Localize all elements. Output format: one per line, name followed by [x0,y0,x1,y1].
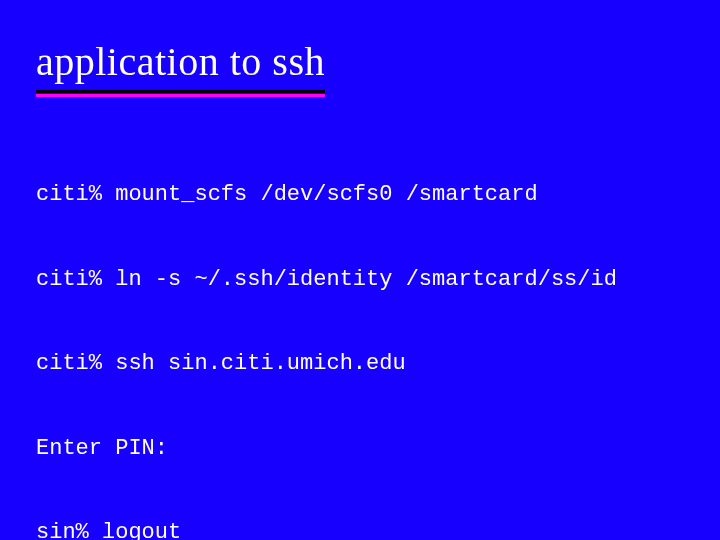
title-underline [36,94,325,97]
code-line: sin% logout [36,519,684,540]
slide: application to ssh citi% mount_scfs /dev… [0,0,720,540]
code-line: citi% ln -s ~/.ssh/identity /smartcard/s… [36,266,684,294]
title-underline-shadow [36,90,325,93]
slide-title: application to ssh [36,40,325,86]
terminal-output: citi% mount_scfs /dev/scfs0 /smartcard c… [36,125,684,540]
code-line: Enter PIN: [36,435,684,463]
code-line: citi% mount_scfs /dev/scfs0 /smartcard [36,181,684,209]
code-line: citi% ssh sin.citi.umich.edu [36,350,684,378]
title-wrap: application to ssh [36,40,325,97]
